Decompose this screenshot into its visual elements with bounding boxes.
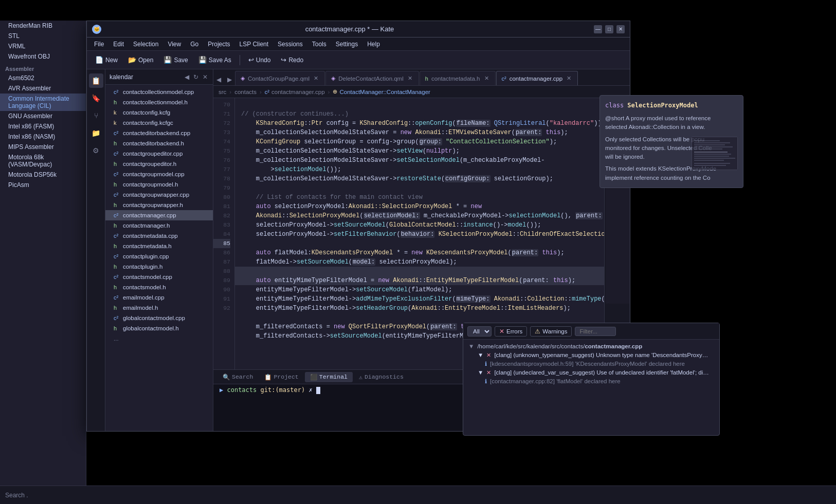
saveas-button[interactable]: 💾 Save As [194,54,235,65]
file-item-6[interactable]: c²contactgroupeditor.cpp [105,148,213,159]
file-item-19[interactable]: hcontactsmodel.h [105,282,213,292]
save-button[interactable]: 💾 Save [159,54,192,65]
menu-help[interactable]: Help [363,40,384,49]
new-button[interactable]: 📄 New [91,54,122,65]
menu-settings[interactable]: Settings [332,40,362,49]
file-item-3[interactable]: kcontactconfig.kcfgc [105,118,213,128]
issues-filter-select[interactable]: All [467,326,492,337]
terminal-tab-project[interactable]: 📋 Project [259,372,303,382]
terminal-git: git:(master) [261,386,305,394]
lang-item-cil[interactable]: Common Intermediate Language (CIL) [0,94,86,111]
file-item-8[interactable]: c²contactgroupmodel.cpp [105,169,213,179]
tab-close-1[interactable]: ✕ [407,74,413,82]
menu-view[interactable]: View [163,40,185,49]
lang-item-picasm[interactable]: PicAsm [0,180,86,190]
menu-sessions[interactable]: Sessions [274,40,307,49]
bc-function[interactable]: ContactManager::ContactManager [339,89,430,95]
tab-nav-prev[interactable]: ◀ [213,74,224,85]
file-item-12[interactable]: c²contactmanager.cpp [105,210,213,220]
file-item-5[interactable]: hcontacteditorbackend.h [105,138,213,148]
file-item-15[interactable]: hcontactmetadata.h [105,241,213,251]
file-item-11[interactable]: hcontactgroupwrapper.h [105,200,213,210]
redo-button[interactable]: ↪ Redo [277,54,307,65]
terminal-tab-search[interactable]: 🔍 Search [217,372,258,382]
bc-src[interactable]: src [219,89,226,95]
bc-contacts[interactable]: contacts [234,89,257,95]
issue-row-1[interactable]: ▼ ✕ [clang] (undeclared_var_use_suggest)… [463,368,719,377]
file-item-22[interactable]: c²globalcontactmodel.cpp [105,313,213,323]
lang-item-dsp56k[interactable]: Motorola DSP56k [0,170,86,180]
tab-close-2[interactable]: ✕ [483,74,490,82]
file-panel-prev-icon[interactable]: ◀ [184,72,190,82]
open-icon: 📂 [128,56,136,64]
h-icon: h [114,161,120,167]
tab-close-3[interactable]: ✕ [566,74,572,82]
menu-projects[interactable]: Projects [204,40,234,49]
tab-contactmetadata[interactable]: h contactmetadata.h ✕ [420,71,496,85]
lang-item-x86-fasm[interactable]: Intel x86 (FASM) [0,121,86,132]
tab-deletecontact[interactable]: ◈ DeleteContactAction.qml ✕ [325,71,419,85]
file-item-16[interactable]: c²contactplugin.cpp [105,251,213,262]
file-item-23[interactable]: hglobalcontactmodel.h [105,323,213,333]
sidebar-btn-settings[interactable]: ⚙ [89,143,103,158]
file-item-4[interactable]: c²contacteditorbackend.cpp [105,128,213,138]
issues-filter-input[interactable] [575,327,616,336]
tab-contactmanager[interactable]: c² contactmanager.cpp ✕ [496,71,578,85]
file-item-21[interactable]: hemailmodel.h [105,303,213,313]
lang-item-asm6502[interactable]: Asm6502 [0,73,86,83]
file-item-9[interactable]: hcontactgroupmodel.h [105,179,213,190]
sidebar-btn-files[interactable]: 📋 [89,73,103,88]
sidebar-btn-folder[interactable]: 📁 [89,126,103,140]
sidebar-btn-bookmarks[interactable]: 🔖 [89,91,103,105]
lang-item-mips[interactable]: MIPS Assembler [0,142,86,152]
lang-item-renderman[interactable]: RenderMan RIB [0,21,86,31]
file-item-7[interactable]: hcontactgroupeditor.h [105,159,213,169]
undo-button[interactable]: ↩ Undo [244,54,275,65]
toolbar: 📄 New 📂 Open 💾 Save 💾 Save As ↩ Undo ↪ R… [87,51,630,69]
issue-sub-0[interactable]: ℹ [kdescendantsproxymodel.h:59] 'KDescen… [463,360,719,368]
lang-item-vrml[interactable]: VRML [0,41,86,51]
bottom-search-input[interactable] [5,492,831,499]
sidebar-btn-git[interactable]: ⑂ [89,108,103,123]
open-button[interactable]: 📂 Open [124,54,157,65]
kcfg-icon: k [114,109,120,116]
terminal-tab-diagnostics[interactable]: ⚠ Diagnostics [354,372,409,382]
menu-selection[interactable]: Selection [129,40,162,49]
menu-tools[interactable]: Tools [308,40,331,49]
lang-item-wavefront[interactable]: Wavefront OBJ [0,51,86,62]
file-item-14[interactable]: c²contactmetadata.cpp [105,231,213,241]
tab-nav-next[interactable]: ▶ [224,74,235,85]
warnings-button[interactable]: ⚠ Warnings [530,326,572,337]
h-icon: h [114,325,120,331]
lang-item-avr[interactable]: AVR Assembler [0,83,86,94]
lang-item-x86-nasm[interactable]: Intel x86 (NASM) [0,132,86,142]
file-item-20[interactable]: c²emailmodel.cpp [105,292,213,303]
lang-item-m68k[interactable]: Motorola 68k (VASM/Devpac) [0,152,86,170]
tab-contactgrouppage[interactable]: ◈ ContactGroupPage.qml ✕ [235,71,325,85]
bc-file[interactable]: contactmanager.cpp [271,89,325,95]
issue-row-0[interactable]: ▼ ✕ [clang] (unknown_typename_suggest) U… [463,351,719,360]
errors-button[interactable]: ✕ Errors [495,326,527,337]
menu-lsp[interactable]: LSP Client [235,40,272,49]
file-item-2[interactable]: kcontactconfig.kcfg [105,107,213,118]
file-item-0[interactable]: c²contactcollectionmodel.cpp [105,87,213,97]
file-panel-close-icon[interactable]: ✕ [202,72,209,82]
issue-sub-1[interactable]: ℹ [contactmanager.cpp:82] 'flatModel' de… [463,377,719,386]
file-item-1[interactable]: hcontactcollectionmodel.h [105,97,213,107]
minimize-button[interactable]: — [594,25,602,33]
file-name-12: contactmanager.cpp [123,212,176,218]
menu-file[interactable]: File [90,40,108,49]
terminal-tab-terminal[interactable]: ⬛ Terminal [305,372,353,382]
maximize-button[interactable]: □ [605,25,613,33]
file-item-18[interactable]: c²contactsmodel.cpp [105,272,213,282]
file-item-10[interactable]: c²contactgroupwrapper.cpp [105,190,213,200]
lang-item-gnu-asm[interactable]: GNU Assembler [0,111,86,121]
close-button[interactable]: ✕ [616,25,625,33]
menu-go[interactable]: Go [186,40,203,49]
file-panel-refresh-icon[interactable]: ↻ [192,72,199,82]
tab-close-0[interactable]: ✕ [313,74,319,82]
file-item-13[interactable]: hcontactmanager.h [105,220,213,231]
menu-edit[interactable]: Edit [109,40,128,49]
lang-item-stl[interactable]: STL [0,31,86,41]
file-item-17[interactable]: hcontactplugin.h [105,262,213,272]
